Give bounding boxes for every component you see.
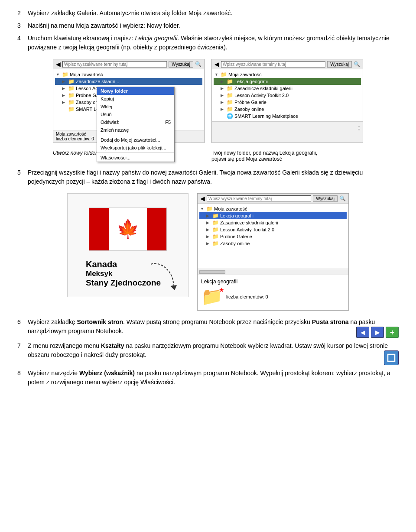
svg-marker-0 <box>170 285 177 290</box>
folder-icon: 📁 <box>62 71 68 78</box>
menu-item-wklej[interactable]: Wklej <box>97 103 174 110</box>
page-sort-icon: ◀ <box>356 327 369 338</box>
item-4-italic: Lekcja geografii <box>135 35 177 42</box>
folder-icon: 📁 <box>227 106 233 112</box>
caption-right-sub: pojawi się pod Moja zawartość <box>211 156 363 162</box>
expander-icon: ▼ <box>200 207 206 211</box>
item-5-number: 5 <box>17 168 24 186</box>
screenshot-1-tree: ▼ 📁 Moja zawartość ▶ 📁 Zasadnicze składn… <box>53 69 204 130</box>
square-shape-svg <box>387 353 396 363</box>
context-menu: Nowy folder Kopiuj Wklej Usuń Odśwież F5… <box>97 87 175 162</box>
search-button-2[interactable]: Wyszukaj <box>327 61 352 68</box>
tree-item-lesson-3[interactable]: ▶ 📁 Lesson Activity Toolkit 2.0 <box>199 226 347 233</box>
item-4-number: 4 <box>17 34 24 52</box>
screenshot-3-toolbar: ◀ Wyszukaj 🔍 <box>198 194 348 204</box>
expander-icon: ▼ <box>214 72 221 77</box>
search-icon-1: 🔍 <box>195 61 202 67</box>
tree-item-zasadnicze-2[interactable]: ▶ 📁 Zasadnicze składniki galerii <box>214 85 361 92</box>
status-count-label: liczba elementów: 0 <box>226 294 268 299</box>
menu-item-wlasciwosci[interactable]: Właściwości... <box>97 154 174 162</box>
menu-label: Odśwież <box>101 120 119 125</box>
tree-label: Lesson Activity Toolkit 2.0 <box>234 93 289 98</box>
menu-item-usun[interactable]: Usuń <box>97 110 174 118</box>
item-7-before: Z menu rozwijanego menu <box>28 342 101 349</box>
item-5-text: Przeciągnij wszystkie flagi i nazwy pańs… <box>28 168 399 186</box>
tree-label: SMART Learning Marketplace <box>234 114 298 119</box>
search-button-3[interactable]: Wyszukaj <box>313 195 338 202</box>
item-7-number: 7 <box>17 341 24 350</box>
tree-item-moja[interactable]: ▼ 📁 Moja zawartość <box>55 71 202 78</box>
item-7-content: Z menu rozwijanego menu Kształty na pask… <box>28 341 399 365</box>
folder-icon: 📁 <box>68 78 75 84</box>
status-folder-name: Lekcja geografii <box>201 279 345 285</box>
item-5: 5 Przeciągnij wszystkie flagi i nazwy pa… <box>17 168 399 186</box>
expander-icon: ▶ <box>206 227 212 232</box>
tree-label: Próbne Galerie <box>234 100 266 105</box>
tree-label: Moja zawartość <box>214 206 247 211</box>
big-folder-icon: 📁 ★ <box>201 286 223 307</box>
menu-item-zmien[interactable]: Zmień nazwę <box>97 126 174 134</box>
tree-item-probne-3[interactable]: ▶ 📁 Próbne Galerie <box>199 233 347 240</box>
search-button-1[interactable]: Wyszukaj <box>169 61 193 68</box>
item-8-bold: Wybierz (wskaźnik) <box>79 370 135 376</box>
search-input-1[interactable] <box>62 61 167 68</box>
folder-icon: 📁 <box>227 92 233 98</box>
item-7-bold: Kształty <box>101 342 124 349</box>
captions-row: Utwórz nowy folder Twój nowy folder, pod… <box>17 150 399 162</box>
tree-label: Lesson Activity Toolkit 2.0 <box>220 227 274 232</box>
expander-icon: ▶ <box>221 86 227 91</box>
tree-item-lekcja-geo[interactable]: ▶ 📁 Lekcja geografii <box>214 78 361 85</box>
screenshot-1-toolbar: ◀ Wyszukaj 🔍 <box>53 59 204 69</box>
caption-right-main: Twój nowy folder, pod nazwą Lekcja geogr… <box>211 150 363 156</box>
item-6-before: Wybierz zakładkę <box>28 318 77 325</box>
tree-item-zasadnicze[interactable]: ▶ 📁 Zasadnicze składn... <box>55 78 202 85</box>
screenshots-row-1: ◀ Wyszukaj 🔍 ▼ 📁 Moja zawartość ▶ 📁 Zasa… <box>17 59 399 143</box>
tree-item-zasoby-3[interactable]: ▶ 📁 Zasoby online <box>199 240 347 247</box>
shortcut-label: F5 <box>165 120 171 125</box>
item-2-text: Wybierz zakładkę Galeria. Automatycznie … <box>28 9 399 18</box>
search-input-2[interactable] <box>221 61 325 68</box>
expander-icon: ▶ <box>221 93 227 97</box>
menu-item-kopiuj[interactable]: Kopiuj <box>97 95 174 103</box>
folder-icon: 📁 <box>206 206 213 212</box>
expander-icon: ▶ <box>206 241 212 246</box>
tree-label: Zasoby online <box>234 107 264 112</box>
item-8-before: Wybierz narzędzie <box>28 370 79 376</box>
expander-icon: ▶ <box>62 93 68 97</box>
item-6-after: . Wstaw pustą stronę programu Notebook p… <box>123 318 312 325</box>
tree-item-moja-3[interactable]: ▼ 📁 Moja zawartość <box>199 205 347 212</box>
item-6-number: 6 <box>17 318 24 327</box>
tree-item-lekcja-3[interactable]: ▶ 📁 Lekcja geografii <box>199 212 347 219</box>
expander-icon: ▶ <box>62 79 68 84</box>
tree-item-smart-2[interactable]: 🌐 SMART Learning Marketplace <box>214 113 361 120</box>
item-4-text-before: Uruchom klawiaturę ekranową i napisz: <box>28 35 135 42</box>
scroll-thumb <box>199 270 225 274</box>
tree-item-lesson-2[interactable]: ▶ 📁 Lesson Activity Toolkit 2.0 <box>214 92 361 99</box>
shape-tool-icon <box>384 350 399 365</box>
back-icon-2: ◀ <box>214 61 219 68</box>
search-input-3[interactable] <box>207 195 311 202</box>
tree-label: Moja zawartość <box>228 72 261 77</box>
maple-leaf-icon: 🍁 <box>117 220 139 238</box>
expander-icon: ▶ <box>206 214 212 218</box>
folder-icon: 📁 <box>221 71 227 78</box>
folder-icon: 📁 <box>68 106 75 112</box>
tree-item-zasadnicze-3[interactable]: ▶ 📁 Zasadnicze składniki galerii <box>199 219 347 226</box>
folder-icon: 📁 <box>68 92 75 98</box>
lekcja-status: Lekcja geografii 📁 ★ liczba elementów: 0 <box>198 275 348 310</box>
svg-rect-1 <box>388 354 395 361</box>
search-icon-3: 🔍 <box>339 195 346 201</box>
screenshot-3: ◀ Wyszukaj 🔍 ▼ 📁 Moja zawartość ▶ 📁 Lekc… <box>197 193 349 311</box>
tree-label: Lekcja geografii <box>234 79 268 84</box>
tree-item-zasoby-2[interactable]: ▶ 📁 Zasoby online <box>214 106 361 113</box>
tree-item-moja-2[interactable]: ▼ 📁 Moja zawartość <box>214 71 361 78</box>
menu-item-wyeksportuj[interactable]: Wyeksportuj jako plik kolekcji... <box>97 144 174 152</box>
search-icon-2: 🔍 <box>354 61 360 67</box>
menu-item-dodaj[interactable]: Dodaj do Mojej zawartości... <box>97 136 174 144</box>
item-3-number: 3 <box>17 21 24 30</box>
item-3: 3 Naciśnij na menu Moja zawartość i wybi… <box>17 21 399 30</box>
screenshot-1: ◀ Wyszukaj 🔍 ▼ 📁 Moja zawartość ▶ 📁 Zasa… <box>53 59 205 143</box>
tree-item-probne-2[interactable]: ▶ 📁 Próbne Galerie <box>214 99 361 106</box>
menu-item-odswiez[interactable]: Odśwież F5 <box>97 118 174 126</box>
dashed-arrow-svg <box>146 260 181 290</box>
